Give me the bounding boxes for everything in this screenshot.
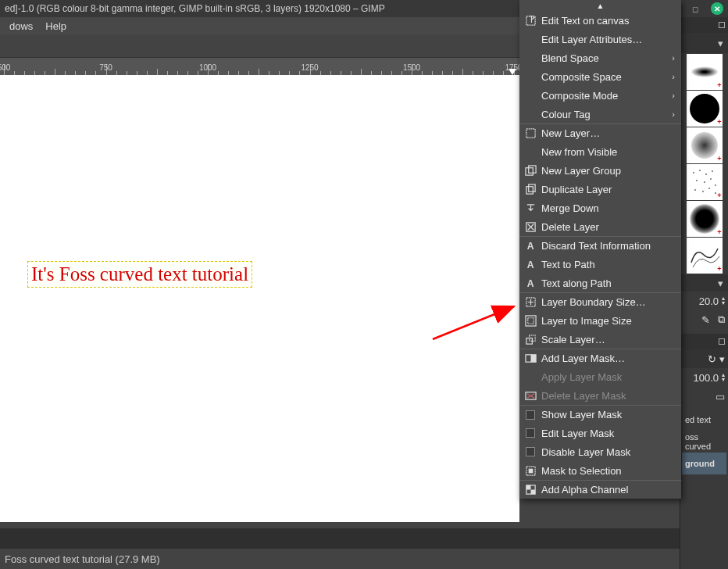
chevron-down-icon[interactable]: ▾ <box>718 277 723 289</box>
menu-item-label: Discard Text Information <box>541 240 675 252</box>
edit-brush-icon[interactable]: ✎ <box>701 314 710 326</box>
menu-scroll-up[interactable]: ▲ <box>519 0 681 11</box>
duplicate-brush-icon[interactable]: ⧉ <box>718 313 725 326</box>
svg-point-5 <box>712 170 713 172</box>
menu-item[interactable]: New Layer Group <box>519 161 681 180</box>
svg-point-9 <box>715 184 716 186</box>
menu-item-label: Apply Layer Mask <box>541 371 675 383</box>
menu-item-label: Composite Mode <box>541 90 667 102</box>
dock-header-2[interactable] <box>680 334 728 349</box>
text-A-icon: A <box>524 277 537 289</box>
stepper-icon[interactable]: ▴▾ <box>722 373 725 382</box>
layer-item-selected[interactable]: ground <box>682 453 726 474</box>
spacing-row[interactable]: 20.0 ▴▾ <box>680 292 728 310</box>
svg-rect-39 <box>528 468 533 473</box>
merge-down-icon <box>524 202 537 214</box>
lock-icon[interactable]: ▭ <box>716 391 725 403</box>
status-text: Foss curved text tutorial (27.9 MB) <box>5 553 160 565</box>
svg-rect-30 <box>527 317 534 324</box>
svg-rect-17 <box>526 129 534 138</box>
status-strip <box>0 528 680 549</box>
text-layer-box[interactable]: It's Foss curved text tutorial <box>27 261 252 288</box>
menu-windows[interactable]: dows <box>3 20 39 32</box>
menu-item[interactable]: Add Alpha Channel <box>519 480 681 499</box>
brush-preview[interactable]: + <box>687 127 723 163</box>
menu-item[interactable]: New Layer… <box>519 123 681 142</box>
opacity-row[interactable]: 100.0 ▴▾ <box>680 368 728 387</box>
menu-item[interactable]: Colour Tag› <box>519 105 681 123</box>
menu-item[interactable]: Layer to Image Size <box>519 311 681 330</box>
maximize-button[interactable]: ◻ <box>689 2 701 15</box>
lock-row[interactable]: ▭ <box>680 387 728 406</box>
layer-item[interactable]: oss curved <box>682 431 726 453</box>
menu-item[interactable]: Delete Layer <box>519 217 681 236</box>
brush-preview[interactable]: + <box>687 91 723 127</box>
menu-item-label: Edit Layer Mask <box>541 428 675 439</box>
menu-item[interactable]: Edit Layer Attributes… <box>519 30 681 48</box>
menu-item[interactable]: ADiscard Text Information <box>519 236 681 255</box>
menu-item[interactable]: Composite Space› <box>519 67 681 86</box>
menu-item-label: Colour Tag <box>541 109 667 120</box>
layer-item[interactable]: ed text <box>682 409 726 431</box>
submenu-arrow-icon: › <box>672 53 675 63</box>
svg-point-2 <box>693 172 694 174</box>
menu-item: Delete Layer Mask <box>519 386 681 405</box>
menu-item[interactable]: AText to Path <box>519 255 681 274</box>
menu-item[interactable]: TEdit Text on canvas <box>519 11 681 30</box>
svg-text:A: A <box>526 241 534 252</box>
menu-item[interactable]: Merge Down <box>519 199 681 217</box>
blank-icon <box>524 108 537 120</box>
brush-preview[interactable]: + <box>687 164 723 200</box>
menu-item-label: Show Layer Mask <box>541 409 675 420</box>
menu-help[interactable]: Help <box>39 20 73 32</box>
menu-item[interactable]: Composite Mode› <box>519 86 681 105</box>
chevron-down-icon[interactable]: ▾ <box>719 353 725 365</box>
menu-item[interactable]: Show Layer Mask <box>519 405 681 424</box>
menu-item[interactable]: Scale Layer… <box>519 330 681 349</box>
submenu-arrow-icon: › <box>672 109 675 119</box>
chevron-down-icon[interactable]: ▾ <box>718 38 723 49</box>
menu-item[interactable]: Layer Boundary Size… <box>519 292 681 311</box>
canvas[interactable]: It's Foss curved text tutorial <box>0 75 519 522</box>
svg-point-10 <box>694 189 696 191</box>
menu-item[interactable]: Disable Layer Mask <box>519 442 681 461</box>
menu-item[interactable]: New from Visible <box>519 142 681 161</box>
menu-item-label: Mask to Selection <box>541 465 675 477</box>
menu-item[interactable]: Blend Space› <box>519 48 681 67</box>
checkbox-icon <box>524 427 537 439</box>
dock-header[interactable] <box>680 17 728 33</box>
mode-row[interactable]: ↻ ▾ <box>680 349 728 368</box>
svg-point-4 <box>705 174 707 175</box>
dock-tab-row[interactable]: ▾ <box>680 33 728 53</box>
menu-item[interactable]: Edit Layer Mask <box>519 424 681 442</box>
to-image-icon <box>524 314 537 327</box>
svg-rect-20 <box>526 186 532 193</box>
dock-config-icon[interactable] <box>719 22 725 28</box>
svg-rect-29 <box>525 315 535 325</box>
menu-item-label: Edit Text on canvas <box>541 15 675 27</box>
menu-item-label: Merge Down <box>541 202 675 214</box>
menu-item-label: Delete Layer Mask <box>541 390 675 402</box>
svg-rect-42 <box>530 490 535 495</box>
menu-item[interactable]: Add Layer Mask… <box>519 349 681 367</box>
blank-icon <box>524 52 537 64</box>
submenu-arrow-icon: › <box>672 72 675 81</box>
menu-item[interactable]: Mask to Selection <box>519 461 681 480</box>
brush-preview[interactable]: + <box>687 238 723 274</box>
brush-scroll[interactable]: ▾ <box>680 274 728 292</box>
stepper-icon[interactable]: ▴▾ <box>722 296 725 306</box>
menu-item-label: New from Visible <box>541 146 675 158</box>
menu-item-label: Add Alpha Channel <box>541 484 675 496</box>
menu-item[interactable]: AText along Path <box>519 274 681 292</box>
reset-icon[interactable]: ↻ <box>708 353 716 365</box>
menu-item-label: Scale Layer… <box>541 334 675 345</box>
dock-config-icon[interactable] <box>719 338 725 345</box>
close-button[interactable]: ✕ <box>711 2 723 15</box>
brush-preview[interactable]: + <box>687 54 723 90</box>
brush-preview[interactable]: + <box>687 201 723 237</box>
text-A-icon: A <box>524 258 537 270</box>
blank-icon <box>524 33 537 45</box>
menu-item-label: Delete Layer <box>541 221 675 233</box>
menu-item[interactable]: Duplicate Layer <box>519 180 681 199</box>
svg-point-8 <box>710 178 712 180</box>
